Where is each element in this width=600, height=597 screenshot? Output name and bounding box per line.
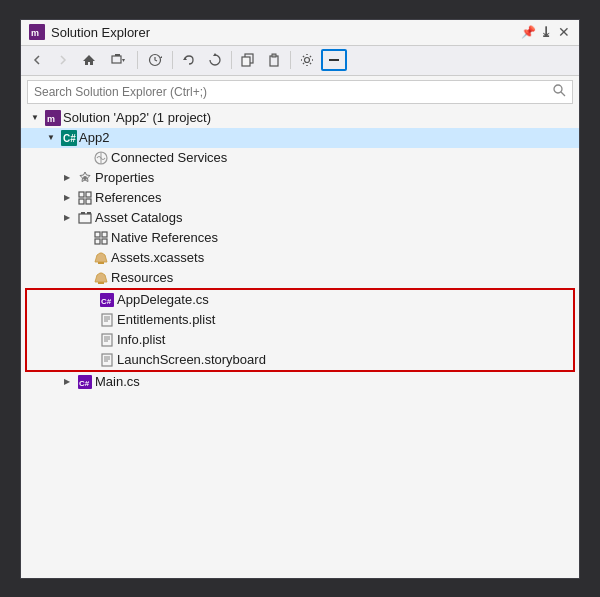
references-expand[interactable]: ▶ bbox=[59, 190, 75, 206]
project-expand[interactable]: ▼ bbox=[43, 130, 59, 146]
search-input[interactable] bbox=[34, 85, 553, 99]
assets-xcassets-label: Assets.xcassets bbox=[111, 250, 204, 265]
references-label: References bbox=[95, 190, 161, 205]
svg-text:C#: C# bbox=[79, 379, 90, 388]
project-label: App2 bbox=[79, 130, 109, 145]
svg-rect-35 bbox=[102, 239, 107, 244]
launchscreen-icon bbox=[99, 352, 115, 368]
tree-item-entitlements[interactable]: ▶ Entitlements.plist bbox=[27, 310, 573, 330]
tree-area: ▼ m Solution 'App2' (1 project) ▼ C# App… bbox=[21, 108, 579, 578]
search-icon bbox=[553, 84, 566, 100]
svg-rect-36 bbox=[98, 262, 104, 264]
tree-item-appdelegate[interactable]: ▶ C# AppDelegate.cs bbox=[27, 290, 573, 310]
vs-logo: m bbox=[29, 24, 45, 40]
svg-rect-32 bbox=[95, 232, 100, 237]
assets-xcassets-icon bbox=[93, 250, 109, 266]
copy-button[interactable] bbox=[236, 49, 260, 71]
window-title: Solution Explorer bbox=[51, 25, 150, 40]
home-button[interactable] bbox=[77, 49, 101, 71]
entitlements-label: Entitlements.plist bbox=[117, 312, 215, 327]
tree-item-assets-xcassets[interactable]: ▶ Assets.xcassets bbox=[21, 248, 579, 268]
resources-label: Resources bbox=[111, 270, 173, 285]
toolbar bbox=[21, 46, 579, 76]
properties-icon bbox=[77, 170, 93, 186]
connected-icon bbox=[93, 150, 109, 166]
svg-line-17 bbox=[561, 92, 565, 96]
tree-item-references[interactable]: ▶ References bbox=[21, 188, 579, 208]
appdelegate-label: AppDelegate.cs bbox=[117, 292, 209, 307]
project-row[interactable]: ▼ C# App2 bbox=[21, 128, 579, 148]
sep4 bbox=[290, 51, 291, 69]
svg-rect-4 bbox=[115, 54, 120, 56]
connected-services-label: Connected Services bbox=[111, 150, 227, 165]
svg-text:C#: C# bbox=[63, 133, 76, 144]
solution-row[interactable]: ▼ m Solution 'App2' (1 project) bbox=[21, 108, 579, 128]
refresh-button[interactable] bbox=[203, 49, 227, 71]
asset-catalogs-expand[interactable]: ▶ bbox=[59, 210, 75, 226]
references-icon bbox=[77, 190, 93, 206]
svg-rect-30 bbox=[81, 212, 85, 214]
tree-item-properties[interactable]: ▶ Properties bbox=[21, 168, 579, 188]
svg-rect-37 bbox=[98, 282, 104, 284]
project-picker-button[interactable] bbox=[103, 49, 133, 71]
history-button[interactable] bbox=[142, 49, 168, 71]
svg-rect-27 bbox=[86, 192, 91, 197]
info-label: Info.plist bbox=[117, 332, 165, 347]
sep1 bbox=[137, 51, 138, 69]
properties-label: Properties bbox=[95, 170, 154, 185]
forward-button[interactable] bbox=[51, 49, 75, 71]
info-icon bbox=[99, 332, 115, 348]
undo-button[interactable] bbox=[177, 49, 201, 71]
svg-rect-13 bbox=[272, 54, 276, 57]
appdelegate-icon: C# bbox=[99, 292, 115, 308]
asset-catalogs-label: Asset Catalogs bbox=[95, 210, 182, 225]
settings-button[interactable] bbox=[295, 49, 319, 71]
svg-rect-25 bbox=[79, 192, 84, 197]
svg-point-24 bbox=[83, 176, 87, 180]
native-references-icon bbox=[93, 230, 109, 246]
main-label: Main.cs bbox=[95, 374, 140, 389]
svg-point-16 bbox=[554, 85, 562, 93]
solution-label: Solution 'App2' (1 project) bbox=[63, 110, 211, 125]
solution-expand[interactable]: ▼ bbox=[27, 110, 43, 126]
svg-rect-3 bbox=[112, 56, 121, 63]
tree-item-asset-catalogs[interactable]: ▶ Asset Catalogs bbox=[21, 208, 579, 228]
svg-rect-31 bbox=[87, 212, 91, 214]
svg-rect-40 bbox=[102, 314, 112, 326]
main-icon: C# bbox=[77, 374, 93, 390]
tree-item-launchscreen[interactable]: ▶ LaunchScreen.storyboard bbox=[27, 350, 573, 370]
back-button[interactable] bbox=[25, 49, 49, 71]
tree-item-resources[interactable]: ▶ Resources bbox=[21, 268, 579, 288]
svg-rect-48 bbox=[102, 354, 112, 366]
properties-expand[interactable]: ▶ bbox=[59, 170, 75, 186]
native-references-label: Native References bbox=[111, 230, 218, 245]
close-button[interactable]: ✕ bbox=[557, 25, 571, 39]
svg-rect-29 bbox=[79, 214, 91, 223]
svg-rect-28 bbox=[86, 199, 91, 204]
main-expand[interactable]: ▶ bbox=[59, 374, 75, 390]
svg-marker-2 bbox=[83, 55, 95, 65]
paste-button[interactable] bbox=[262, 49, 286, 71]
asset-catalogs-icon bbox=[77, 210, 93, 226]
collapse-button[interactable] bbox=[321, 49, 347, 71]
search-bar bbox=[27, 80, 573, 104]
svg-marker-5 bbox=[122, 59, 125, 62]
svg-rect-44 bbox=[102, 334, 112, 346]
pin-button[interactable]: 📌 bbox=[521, 25, 535, 39]
tree-item-connected[interactable]: ▶ Connected Services bbox=[21, 148, 579, 168]
resources-icon bbox=[93, 270, 109, 286]
svg-rect-11 bbox=[242, 57, 250, 66]
tree-item-main[interactable]: ▶ C# Main.cs bbox=[21, 372, 579, 392]
title-bar: m Solution Explorer 📌 ⤓ ✕ bbox=[21, 20, 579, 46]
svg-rect-34 bbox=[102, 232, 107, 237]
svg-rect-26 bbox=[79, 199, 84, 204]
svg-text:m: m bbox=[47, 114, 55, 124]
dock-button[interactable]: ⤓ bbox=[539, 25, 553, 39]
tree-item-info[interactable]: ▶ Info.plist bbox=[27, 330, 573, 350]
tree-item-native-references[interactable]: ▶ Native References bbox=[21, 228, 579, 248]
svg-rect-33 bbox=[95, 239, 100, 244]
sep3 bbox=[231, 51, 232, 69]
highlighted-files-group: ▶ C# AppDelegate.cs ▶ bbox=[25, 288, 575, 372]
title-bar-left: m Solution Explorer bbox=[29, 24, 150, 40]
svg-marker-9 bbox=[213, 53, 217, 56]
